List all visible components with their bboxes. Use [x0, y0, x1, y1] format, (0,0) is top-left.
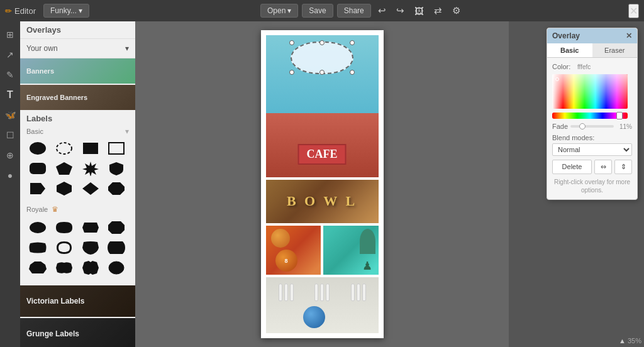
zoom-indicator: ▲ 35% [619, 337, 641, 344]
label-rounded-rect[interactable] [26, 160, 49, 177]
label-square-outline[interactable] [105, 140, 128, 157]
share-button[interactable]: Share [337, 4, 371, 18]
undo-button[interactable]: ↩ [375, 4, 389, 18]
transform-tool-icon[interactable]: ↗ [2, 47, 18, 63]
your-own-dropdown[interactable]: Your own ▾ [20, 39, 135, 58]
crop-icon[interactable]: ⊞ [2, 26, 18, 43]
royale-shape-4[interactable] [105, 219, 128, 236]
photo-collage: CAFE B O W L 8 ♟ [261, 30, 384, 338]
settings-icon-button[interactable]: ⚙ [449, 4, 464, 18]
open-button[interactable]: Open ▾ [260, 4, 298, 18]
blend-select[interactable]: Normal [552, 143, 632, 156]
svg-marker-7 [57, 182, 72, 196]
label-circle-filled[interactable] [26, 140, 49, 157]
svg-marker-8 [82, 182, 99, 195]
labels-section: Labels Basic ▾ [20, 110, 135, 285]
label-circle-outline[interactable] [53, 140, 75, 157]
handle-br[interactable] [350, 70, 355, 75]
text-icon[interactable]: T [2, 87, 18, 103]
overlay-panel-title: Overlay [552, 31, 580, 40]
svg-point-11 [109, 262, 124, 274]
svg-point-0 [30, 142, 46, 155]
grunge-labels-category[interactable]: Grunge Labels [20, 318, 135, 347]
photo-icon-button[interactable]: 🖼 [411, 4, 427, 18]
royale-row: Royale ♛ [26, 202, 129, 216]
handle-tc[interactable] [319, 40, 325, 45]
texture-icon[interactable]: ⊕ [2, 147, 18, 163]
op-buttons: Delete ⇔ ⇕ [552, 160, 632, 174]
labels-sub-row: Basic ▾ [26, 127, 129, 136]
labels-title: Labels [26, 114, 129, 123]
royale-shape-7[interactable] [79, 239, 102, 256]
label-diamond[interactable] [79, 180, 102, 197]
svg-point-10 [30, 222, 46, 233]
overlays-section-title: Overlays [20, 21, 135, 39]
color-picker[interactable] [552, 74, 628, 109]
collage-top-image: CAFE [266, 35, 379, 177]
handle-tl[interactable] [289, 40, 294, 45]
royale-shape-11[interactable] [79, 259, 102, 277]
svg-point-1 [57, 143, 72, 154]
svg-marker-6 [82, 162, 99, 176]
royale-shape-12[interactable] [105, 259, 128, 277]
zoom-up-icon[interactable]: ▲ [619, 337, 626, 344]
close-button[interactable]: ✕ [628, 4, 639, 18]
hue-slider[interactable] [552, 113, 628, 119]
handle-bl[interactable] [289, 70, 294, 75]
victorian-labels-category[interactable]: Victorian Labels [20, 285, 135, 317]
tab-basic[interactable]: Basic [547, 43, 592, 57]
butterfly-icon[interactable]: 🦋 [2, 107, 18, 123]
blend-row: Blend modes: Normal [552, 134, 632, 156]
label-shapes-grid [26, 140, 129, 197]
fruit-icon[interactable]: ● [2, 167, 18, 184]
tab-eraser[interactable]: Eraser [592, 43, 638, 57]
hue-slider-thumb [616, 112, 623, 119]
label-hexagon[interactable] [53, 180, 75, 197]
banners-category[interactable]: Banners [20, 58, 135, 84]
royale-shape-6[interactable] [53, 239, 75, 256]
flip-horizontal-button[interactable]: ⇔ [594, 160, 612, 174]
figure-image: ♟ [323, 226, 379, 275]
svg-marker-9 [108, 182, 125, 195]
label-octagon[interactable] [105, 180, 128, 197]
fade-value: 11% [616, 123, 632, 130]
overlay-panel-tabs: Basic Eraser [547, 43, 637, 58]
royale-shape-8[interactable] [105, 239, 128, 256]
label-seal[interactable] [79, 160, 102, 177]
frame-icon[interactable]: ☐ [2, 127, 18, 143]
engraved-banners-category[interactable]: Engraved Banners [20, 85, 135, 110]
royale-shape-10[interactable] [53, 259, 75, 277]
label-pentagon[interactable] [53, 160, 75, 177]
royale-shape-2[interactable] [53, 219, 75, 236]
royale-shape-3[interactable] [79, 219, 102, 236]
royale-shape-1[interactable] [26, 219, 49, 236]
label-shield[interactable] [105, 160, 128, 177]
save-button[interactable]: Save [302, 4, 333, 18]
color-row: Color: fffefc [552, 63, 632, 70]
royale-shape-5[interactable] [26, 239, 49, 256]
royale-shape-9[interactable] [26, 259, 49, 277]
label-square-filled[interactable] [79, 140, 102, 157]
overlay-list[interactable]: Overlays Your own ▾ Banners Engraved Ban… [20, 21, 135, 347]
delete-button[interactable]: Delete [552, 160, 592, 174]
topbar: ✏ Editor Funky... ▾ Open ▾ Save Share ↩ … [0, 0, 644, 21]
redo-button[interactable]: ↪ [393, 4, 408, 18]
color-picker-overlay [552, 74, 628, 109]
overlay-panel-close-button[interactable]: ✕ [626, 31, 632, 40]
color-label: Color: [552, 63, 577, 70]
brush-icon[interactable]: ✎ [2, 67, 18, 83]
handle-tr[interactable] [350, 40, 355, 45]
flip-vertical-button[interactable]: ⇕ [614, 160, 632, 174]
fade-slider[interactable] [570, 125, 614, 128]
label-tag[interactable] [26, 180, 49, 197]
funky-button[interactable]: Funky... ▾ [43, 4, 89, 18]
transform-icon-button[interactable]: ⇄ [431, 4, 445, 18]
basic-label: Basic [26, 128, 43, 135]
your-own-arrow-icon: ▾ [125, 44, 129, 53]
handle-bc[interactable] [319, 70, 325, 75]
open-arrow-icon: ▾ [287, 6, 291, 15]
cafe-sign: CAFE [298, 144, 347, 165]
royale-label: Royale [26, 206, 48, 213]
svg-rect-4 [30, 163, 46, 174]
bowling-ball [303, 306, 325, 328]
